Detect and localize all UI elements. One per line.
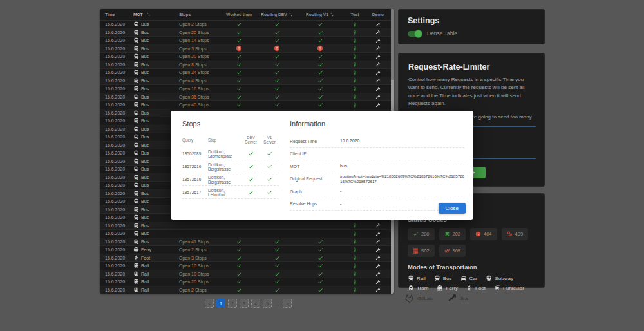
demo-action[interactable] bbox=[365, 102, 391, 108]
open-stops-link[interactable]: Open 10 Stops bbox=[171, 263, 220, 268]
open-stops-link[interactable]: Open 3 Stops bbox=[171, 256, 220, 260]
test-action[interactable] bbox=[345, 247, 365, 252]
test-action[interactable] bbox=[345, 78, 365, 83]
open-stops-link[interactable]: Open 40 Stops bbox=[171, 102, 220, 107]
prev-page-button[interactable]: < bbox=[205, 299, 214, 308]
table-row[interactable]: 16.6.2020RailOpen 2 Stops bbox=[100, 287, 394, 294]
test-action[interactable] bbox=[345, 70, 365, 75]
demo-action[interactable] bbox=[365, 287, 391, 292]
open-stops-link[interactable]: Open 41 Stops bbox=[171, 240, 220, 244]
demo-action[interactable] bbox=[365, 263, 391, 269]
test-action[interactable] bbox=[345, 22, 365, 27]
table-row[interactable]: 16.6.2020Bus bbox=[100, 222, 394, 231]
open-stops-link[interactable]: Open 14 Stops bbox=[171, 38, 220, 43]
demo-action[interactable] bbox=[365, 38, 391, 43]
table-row[interactable]: 16.6.2020BusOpen 16 Stops bbox=[100, 85, 394, 93]
open-stops-link[interactable]: Open 2 Stops bbox=[171, 247, 220, 252]
demo-action[interactable] bbox=[365, 70, 391, 75]
demo-action[interactable] bbox=[365, 247, 391, 252]
table-row[interactable]: 16.6.2020RailOpen 10 Stops bbox=[100, 262, 394, 270]
table-row[interactable]: 16.6.2020BusOpen 34 Stops bbox=[100, 69, 394, 77]
column-header[interactable]: Routing V1 bbox=[296, 12, 345, 17]
page-ellipsis: ... bbox=[274, 301, 280, 307]
page-button-2[interactable]: 2 bbox=[228, 299, 237, 308]
test-action[interactable] bbox=[345, 239, 365, 244]
test-action[interactable] bbox=[345, 86, 365, 91]
column-header[interactable]: MOT bbox=[129, 12, 171, 17]
dense-table-toggle[interactable] bbox=[408, 31, 422, 37]
close-button[interactable]: Close bbox=[439, 203, 466, 214]
open-stops-link[interactable]: Open 36 Stops bbox=[171, 95, 220, 99]
demo-action[interactable] bbox=[365, 30, 391, 35]
table-row[interactable]: 16.6.2020FerryOpen 2 Stops bbox=[100, 246, 394, 254]
demo-action[interactable] bbox=[365, 78, 391, 83]
open-stops-link[interactable]: Open 20 Stops bbox=[171, 54, 220, 59]
table-row[interactable]: 16.6.2020BusOpen 2 Stops bbox=[100, 21, 394, 29]
scrollbar-thumb[interactable] bbox=[391, 9, 394, 80]
demo-action[interactable] bbox=[365, 86, 391, 91]
demo-action[interactable] bbox=[365, 54, 391, 59]
check-icon bbox=[267, 189, 272, 195]
table-row[interactable]: 16.6.2020BusOpen 20 Stops bbox=[100, 53, 394, 61]
table-row[interactable]: 16.6.2020BusOpen 8 Stops bbox=[100, 61, 394, 70]
page-button-4[interactable]: 4 bbox=[251, 299, 260, 308]
open-stops-link[interactable]: Open 20 Stops bbox=[171, 30, 220, 35]
table-row[interactable]: 16.6.2020BusOpen 40 Stops bbox=[100, 101, 394, 109]
test-action[interactable] bbox=[345, 38, 365, 43]
demo-action[interactable] bbox=[365, 231, 391, 236]
demo-action[interactable] bbox=[365, 255, 391, 260]
test-action[interactable] bbox=[345, 102, 365, 108]
test-action[interactable] bbox=[345, 263, 365, 269]
table-row[interactable]: 16.6.2020FootOpen 3 Stops bbox=[100, 254, 394, 263]
demo-action[interactable] bbox=[365, 279, 391, 285]
test-action[interactable] bbox=[345, 62, 365, 67]
test-action[interactable] bbox=[345, 271, 365, 276]
demo-action[interactable] bbox=[365, 271, 391, 276]
table-row[interactable]: 16.6.2020RailOpen 10 Stops bbox=[100, 270, 394, 279]
open-stops-link[interactable]: Open 2 Stops bbox=[171, 288, 220, 292]
table-row[interactable]: 16.6.2020RailOpen 20 Stops bbox=[100, 278, 394, 287]
test-action[interactable] bbox=[345, 231, 365, 236]
jira-link[interactable]: Jira bbox=[447, 294, 468, 303]
test-action[interactable] bbox=[345, 46, 365, 51]
routing-v1-status bbox=[296, 30, 345, 35]
row-date: 16.6.2020 bbox=[100, 167, 129, 171]
table-row[interactable]: 16.6.2020BusOpen 20 Stops bbox=[100, 29, 394, 37]
demo-action[interactable] bbox=[365, 62, 391, 67]
test-action[interactable] bbox=[345, 287, 365, 292]
open-stops-link[interactable]: Open 16 Stops bbox=[171, 86, 220, 91]
open-stops-link[interactable]: Open 10 Stops bbox=[171, 272, 220, 276]
open-stops-link[interactable]: Open 34 Stops bbox=[171, 70, 220, 75]
demo-action[interactable] bbox=[365, 239, 391, 244]
toggle-knob[interactable] bbox=[414, 30, 422, 38]
open-stops-link[interactable]: Open 3 Stops bbox=[171, 46, 220, 51]
demo-action[interactable] bbox=[365, 94, 391, 99]
test-action[interactable] bbox=[345, 54, 365, 59]
open-stops-link[interactable]: Open 4 Stops bbox=[171, 79, 220, 83]
page-button-3[interactable]: 3 bbox=[240, 299, 249, 308]
table-row[interactable]: 16.6.2020BusOpen 14 Stops bbox=[100, 37, 394, 45]
table-row[interactable]: 16.6.2020Bus bbox=[100, 230, 394, 238]
next-page-button[interactable]: > bbox=[283, 299, 292, 308]
routing-v1-status bbox=[296, 102, 345, 108]
open-stops-link[interactable]: Open 8 Stops bbox=[171, 62, 220, 67]
table-row[interactable]: 16.6.2020BusOpen 36 Stops bbox=[100, 93, 394, 102]
gitlab-link[interactable]: GitLab bbox=[404, 294, 433, 303]
open-stops-link[interactable]: Open 20 Stops bbox=[171, 279, 220, 284]
table-row[interactable]: 16.6.2020BusOpen 4 Stops bbox=[100, 77, 394, 86]
test-action[interactable] bbox=[345, 223, 365, 228]
test-action[interactable] bbox=[345, 94, 365, 99]
test-action[interactable] bbox=[345, 279, 365, 285]
test-action[interactable] bbox=[345, 30, 365, 35]
check-icon bbox=[317, 279, 323, 285]
demo-action[interactable] bbox=[365, 22, 391, 27]
column-header[interactable]: Routing DEV bbox=[258, 12, 296, 17]
page-button-1[interactable]: 1 bbox=[216, 299, 225, 308]
demo-action[interactable] bbox=[365, 223, 391, 228]
table-row[interactable]: 16.6.2020BusOpen 3 Stops bbox=[100, 45, 394, 53]
demo-action[interactable] bbox=[365, 46, 391, 51]
page-button-5[interactable]: 5 bbox=[263, 299, 272, 308]
open-stops-link[interactable]: Open 2 Stops bbox=[171, 22, 220, 26]
table-row[interactable]: 16.6.2020BusOpen 41 Stops bbox=[100, 238, 394, 247]
test-action[interactable] bbox=[345, 255, 365, 260]
